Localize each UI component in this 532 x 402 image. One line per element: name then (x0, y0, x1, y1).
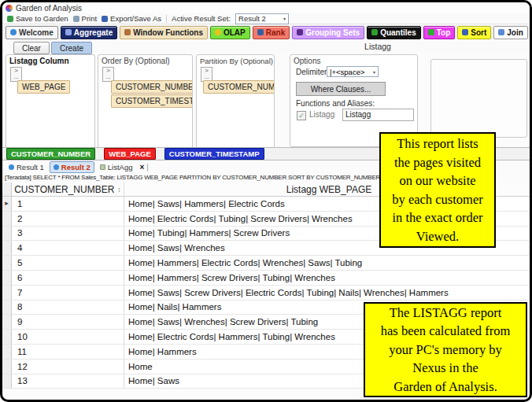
cell-customer-number[interactable]: 12 (12, 360, 124, 374)
result-icon (54, 164, 59, 170)
where-clauses-button[interactable]: Where Clauses... (296, 82, 386, 96)
cell-customer-number[interactable]: 3 (12, 227, 124, 241)
tab-result-1[interactable]: Result 1 (6, 162, 47, 172)
functions-aliases-label: Functions and Aliases: (296, 99, 375, 108)
nav-button-window-functions[interactable]: Window Functions (120, 26, 208, 39)
row-gutter (2, 256, 12, 270)
tab-close-icon[interactable]: × (140, 163, 145, 171)
cell-customer-number[interactable]: 1 (12, 197, 124, 211)
annotation-note-listagg-calculation: The LISTAGG report has been calculated f… (364, 302, 527, 397)
sort-indicator-icon[interactable]: ↕ (117, 186, 121, 194)
tab-separator: | (146, 163, 149, 171)
nav-button-grouping-sets[interactable]: Grouping Sets (292, 26, 364, 39)
quantiles-icon (371, 29, 378, 35)
cell-listagg-web-page[interactable]: Home| Hammers| Screw Drivers| Tubing| Wr… (124, 271, 530, 285)
nav-button-rank[interactable]: Rank (253, 26, 290, 39)
listagg-alias-input[interactable]: Listagg (342, 109, 414, 121)
empty-group-box (430, 59, 527, 138)
order-by-chip-customer-timestamp[interactable]: CUSTOMER_TIMESTAMP (ASC) (111, 94, 193, 108)
nav-button-olap[interactable]: OLAP (210, 26, 250, 39)
nav-label: Window Functions (133, 28, 203, 37)
nav-button-row: Welcome Aggregate Window Functions OLAP … (2, 25, 530, 39)
header-gutter (2, 183, 12, 196)
ellipsis-icon: ... (105, 73, 111, 80)
window-title: Garden of Analysis (16, 4, 82, 13)
strip-chip-web-page[interactable]: WEB_PAGE (104, 148, 156, 160)
row-gutter (2, 286, 12, 300)
partition-by-title: Partition By (Optional) (200, 57, 273, 65)
row-gutter (2, 227, 12, 241)
sort-icon (462, 29, 468, 35)
partition-by-chip-customer-number[interactable]: CUSTOMER_NUMBER (203, 80, 275, 94)
rank-icon (257, 29, 264, 35)
print-button[interactable]: Print (73, 14, 98, 23)
window-functions-icon (124, 29, 131, 35)
order-by-panel: Order By (Optional) >... CUSTOMER_NUMBER… (98, 54, 193, 149)
listagg-checkbox[interactable]: ✓ (297, 111, 306, 120)
table-row[interactable]: 7 Home| Saws| Screw Drivers| Electric Co… (2, 286, 530, 301)
cell-customer-number[interactable]: 8 (12, 301, 124, 315)
check-icon: ✓ (298, 112, 305, 120)
aggregate-icon (65, 29, 72, 35)
active-result-set-value: Result 2 (238, 14, 266, 23)
nav-button-welcome[interactable]: Welcome (6, 26, 58, 39)
delimiter-value: |+<space> (330, 68, 364, 76)
cell-customer-number[interactable]: 6 (12, 271, 124, 285)
cell-customer-number[interactable]: 7 (12, 286, 124, 300)
cell-customer-number[interactable]: 2 (12, 212, 124, 226)
listagg-column-title: Listagg Column (9, 57, 69, 65)
save-to-garden-icon (7, 16, 13, 22)
grid-icon (100, 164, 105, 170)
grouping-sets-icon (297, 29, 303, 35)
app-icon (6, 5, 13, 12)
save-to-garden-button[interactable]: Save to Garden (7, 14, 68, 23)
nav-button-sort[interactable]: Sort (457, 26, 491, 39)
nav-label: Grouping Sets (305, 28, 360, 37)
cell-customer-number[interactable]: 11 (12, 345, 124, 359)
row-gutter (2, 345, 12, 359)
result-icon (9, 164, 14, 170)
delimiter-dropdown[interactable]: |+<space> ▾ (327, 66, 379, 77)
tab-label: Result 2 (61, 163, 91, 171)
row-gutter (2, 301, 12, 315)
nav-button-quantiles[interactable]: Quantiles (367, 26, 421, 39)
active-result-set-dropdown[interactable]: Result 2 ▾ (235, 13, 289, 24)
export-label: Export/Save As (110, 14, 161, 23)
table-row[interactable]: 6 Home| Hammers| Screw Drivers| Tubing| … (2, 271, 530, 286)
chevron-down-icon: ▾ (373, 69, 375, 75)
cell-customer-number[interactable]: 5 (12, 256, 124, 270)
print-label: Print (82, 14, 98, 23)
column-header-label: CUSTOMER_NUMBER (14, 184, 114, 195)
cell-customer-number[interactable]: 9 (12, 315, 124, 329)
column-chip-web-page[interactable]: WEB_PAGE (17, 80, 70, 94)
tab-listagg[interactable]: ListAgg (97, 162, 136, 172)
cell-listagg-web-page[interactable]: Home| Hammers| Electric Cords| Wrenches|… (124, 256, 530, 270)
clear-button[interactable]: Clear (13, 42, 50, 54)
nav-button-top[interactable]: Top (423, 26, 456, 39)
strip-chip-customer-timestamp[interactable]: CUSTOMER_TIMESTAMP (164, 148, 264, 160)
cell-customer-number[interactable]: 10 (12, 330, 124, 344)
ellipsis-icon: ... (204, 73, 209, 80)
row-selector-arrow-icon: ▸ (2, 197, 12, 211)
nav-button-join[interactable]: Join (493, 26, 528, 39)
nav-button-aggregate[interactable]: Aggregate (61, 26, 117, 39)
nav-label: Quantiles (380, 28, 416, 37)
create-button[interactable]: Create (51, 42, 92, 54)
cell-listagg-web-page[interactable]: Home| Saws| Screw Drivers| Electric Cord… (124, 286, 530, 300)
column-header-customer-number[interactable]: CUSTOMER_NUMBER ↕ (12, 183, 124, 196)
row-gutter (2, 374, 12, 389)
cell-customer-number[interactable]: 13 (12, 374, 124, 389)
tab-result-2[interactable]: Result 2 (50, 161, 94, 173)
export-save-as-button[interactable]: Export/Save As (102, 14, 161, 23)
nav-label: Join (507, 28, 523, 37)
table-row[interactable]: 5 Home| Hammers| Electric Cords| Wrenche… (2, 256, 530, 271)
app-window: Garden of Analysis Save to Garden Print … (0, 0, 532, 402)
print-icon (73, 16, 79, 22)
welcome-icon (10, 29, 17, 35)
ellipsis-icon: ... (13, 73, 19, 80)
cell-customer-number[interactable]: 4 (12, 241, 124, 255)
nav-label: Sort (471, 28, 486, 37)
strip-chip-customer-number[interactable]: CUSTOMER_NUMBER (6, 148, 95, 160)
order-by-chip-customer-number[interactable]: CUSTOMER_NUMBER (ASC) (111, 80, 193, 94)
export-icon (102, 16, 108, 22)
